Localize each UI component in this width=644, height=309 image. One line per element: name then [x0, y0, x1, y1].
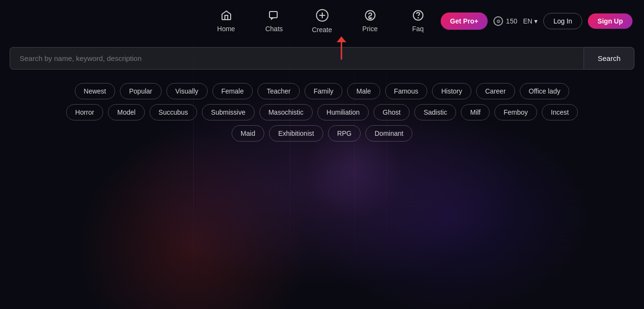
chats-label: Chats — [265, 25, 283, 33]
faq-label: Faq — [412, 25, 423, 33]
tag-office-lady[interactable]: Office lady — [520, 83, 570, 99]
price-label: Price — [363, 25, 378, 33]
tag-visually[interactable]: Visually — [166, 83, 208, 99]
tag-masochistic[interactable]: Masochistic — [259, 104, 313, 120]
tag-row-1: NewestPopularVisuallyFemaleTeacherFamily… — [29, 83, 615, 99]
nav-price[interactable]: Price — [356, 10, 385, 33]
tag-milf[interactable]: Milf — [461, 104, 490, 120]
price-icon — [364, 10, 376, 23]
nav-items: Home Chats — [212, 9, 433, 34]
tag-row-3: MaidExhibitionistRPGDominant — [29, 125, 615, 142]
create-label: Create — [312, 26, 332, 34]
tag-submissive[interactable]: Submissive — [202, 104, 255, 120]
navbar: Home Chats — [0, 0, 644, 42]
tag-dominant[interactable]: Dominant — [365, 125, 412, 142]
tag-model[interactable]: Model — [108, 104, 144, 120]
tag-horror[interactable]: Horror — [66, 104, 104, 120]
tag-ghost[interactable]: Ghost — [374, 104, 410, 120]
chevron-down-icon: ▾ — [534, 17, 538, 25]
nav-home[interactable]: Home — [212, 10, 241, 33]
nav-right: Get Pro+ ⚙ 150 EN ▾ Log In Sign Up — [441, 12, 632, 30]
tag-female[interactable]: Female — [212, 83, 253, 99]
search-section: Search — [0, 47, 644, 70]
tag-exhibitionist[interactable]: Exhibitionist — [269, 125, 323, 142]
create-icon — [316, 9, 329, 24]
tag-newest[interactable]: Newest — [75, 83, 116, 99]
tag-career[interactable]: Career — [476, 83, 515, 99]
tag-humiliation[interactable]: Humiliation — [317, 104, 369, 120]
tag-teacher[interactable]: Teacher — [258, 83, 300, 99]
svg-point-6 — [418, 18, 418, 18]
credits-icon: ⚙ — [493, 16, 503, 26]
tag-femboy[interactable]: Femboy — [494, 104, 537, 120]
signup-button[interactable]: Sign Up — [588, 13, 632, 29]
home-icon — [221, 10, 232, 23]
chats-icon — [269, 10, 280, 23]
language-value: EN — [523, 17, 532, 25]
tags-section: NewestPopularVisuallyFemaleTeacherFamily… — [0, 73, 644, 151]
nav-create[interactable]: Create — [308, 9, 337, 34]
tag-popular[interactable]: Popular — [120, 83, 161, 99]
tag-history[interactable]: History — [432, 83, 471, 99]
faq-icon — [412, 10, 424, 23]
tag-family[interactable]: Family — [304, 83, 342, 99]
nav-faq[interactable]: Faq — [404, 10, 433, 33]
tag-sadistic[interactable]: Sadistic — [414, 104, 456, 120]
tag-famous[interactable]: Famous — [385, 83, 428, 99]
tag-rpg[interactable]: RPG — [328, 125, 361, 142]
tag-succubus[interactable]: Succubus — [150, 104, 197, 120]
svg-rect-0 — [269, 12, 277, 18]
search-input[interactable] — [10, 47, 584, 70]
search-button[interactable]: Search — [584, 47, 634, 70]
tag-male[interactable]: Male — [347, 83, 380, 99]
tag-incest[interactable]: Incest — [542, 104, 578, 120]
login-button[interactable]: Log In — [543, 13, 582, 29]
nav-chats[interactable]: Chats — [260, 10, 289, 33]
credits-display[interactable]: ⚙ 150 — [493, 16, 517, 26]
language-selector[interactable]: EN ▾ — [523, 17, 538, 25]
credits-value: 150 — [506, 17, 517, 25]
home-label: Home — [217, 25, 235, 33]
tag-row-2: HorrorModelSuccubusSubmissiveMasochistic… — [29, 104, 615, 120]
tag-maid[interactable]: Maid — [232, 125, 264, 142]
get-pro-button[interactable]: Get Pro+ — [441, 12, 488, 30]
